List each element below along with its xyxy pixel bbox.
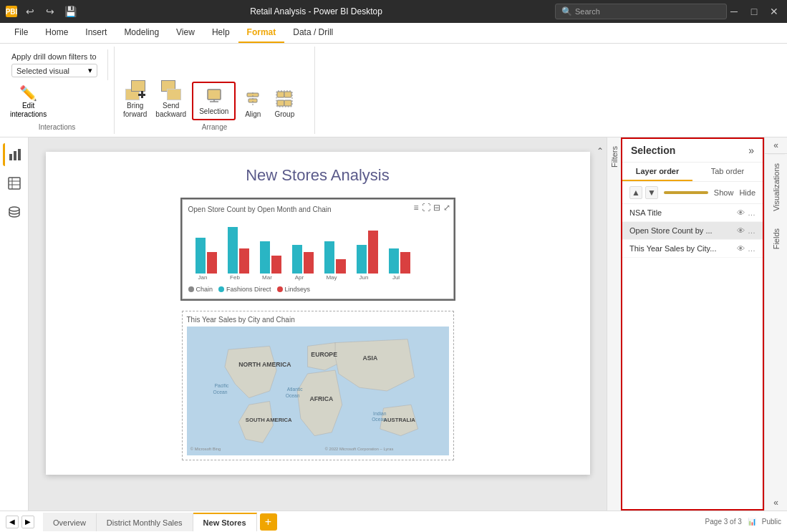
svg-text:© Microsoft Bing: © Microsoft Bing bbox=[190, 447, 220, 451]
tab-help[interactable]: Help bbox=[203, 23, 238, 43]
sidebar-icon-data[interactable] bbox=[3, 200, 26, 223]
app-icon: PBI bbox=[6, 6, 17, 17]
visibility-icon-2[interactable]: 👁 bbox=[737, 226, 745, 235]
apply-drill-text: Apply drill down filters to bbox=[11, 52, 97, 61]
maximize-btn[interactable]: □ bbox=[747, 4, 761, 19]
selection-item-open-store[interactable]: Open Store Count by ... 👁 … bbox=[622, 222, 763, 240]
align-icon bbox=[243, 89, 263, 109]
visibility-icon[interactable]: 👁 bbox=[737, 208, 745, 217]
selection-panel-collapse-btn[interactable]: » bbox=[748, 145, 754, 156]
right-sidebar-fields-tab[interactable]: Fields bbox=[768, 220, 785, 258]
svg-text:Feb: Feb bbox=[230, 274, 240, 281]
selection-item-sales-city[interactable]: This Year Sales by City... 👁 … bbox=[622, 240, 763, 258]
svg-text:AUSTRALIA: AUSTRALIA bbox=[383, 417, 415, 423]
svg-text:May: May bbox=[326, 274, 337, 281]
svg-text:Mar: Mar bbox=[262, 274, 272, 281]
move-down-btn[interactable]: ▼ bbox=[645, 186, 658, 199]
visual-menu-icon[interactable]: ≡ bbox=[413, 203, 418, 213]
svg-rect-13 bbox=[18, 149, 21, 160]
ribbon-content: Apply drill down filters to Selected vis… bbox=[0, 44, 787, 137]
ribbon-tab-bar: File Home Insert Modeling View Help Form… bbox=[0, 23, 787, 44]
title-bar-right: ─ □ ✕ bbox=[727, 4, 781, 19]
add-page-btn[interactable]: + bbox=[260, 513, 277, 531]
svg-text:Indian: Indian bbox=[373, 411, 387, 416]
report-page: New Stores Analysis ≡ ⛶ ⊟ ⤢ Open Store C… bbox=[46, 152, 590, 475]
selection-item-open-store-actions: 👁 … bbox=[737, 226, 755, 235]
canvas-area: New Stores Analysis ≡ ⛶ ⊟ ⤢ Open Store C… bbox=[29, 137, 607, 511]
legend-chain-label: Chain bbox=[196, 286, 213, 293]
svg-rect-29 bbox=[357, 245, 367, 274]
right-sidebar-visualizations-tab[interactable]: Visualizations bbox=[768, 154, 785, 220]
selection-btn[interactable]: Selection bbox=[192, 82, 236, 120]
right-sidebar-collapse-bottom[interactable]: « bbox=[771, 495, 781, 511]
page-next-btn[interactable]: ▶ bbox=[21, 516, 34, 528]
selection-panel-header: Selection » bbox=[622, 139, 763, 163]
svg-rect-22 bbox=[239, 248, 249, 274]
search-icon: 🔍 bbox=[561, 6, 572, 16]
svg-text:Jul: Jul bbox=[392, 274, 399, 281]
align-btn[interactable]: Align bbox=[238, 87, 267, 120]
page-prev-btn[interactable]: ◀ bbox=[6, 516, 19, 528]
svg-text:AFRICA: AFRICA bbox=[309, 395, 333, 402]
bring-forward-icon bbox=[125, 80, 145, 100]
tab-file[interactable]: File bbox=[6, 23, 37, 43]
filter-sidebar-tab[interactable]: Filters bbox=[607, 137, 622, 176]
group-label: Group bbox=[274, 110, 294, 119]
svg-text:Jan: Jan bbox=[198, 274, 207, 281]
title-bar-left: PBI ↩ ↪ 💾 bbox=[6, 4, 77, 19]
undo-btn[interactable]: ↩ bbox=[23, 4, 37, 19]
layer-controls: ▲ ▼ Show Hide bbox=[622, 182, 763, 204]
svg-rect-14 bbox=[9, 178, 20, 189]
save-btn[interactable]: 💾 bbox=[63, 4, 77, 19]
edit-interactions-btn[interactable]: ✏️ Editinteractions bbox=[6, 83, 51, 120]
bar-chart-visual[interactable]: ≡ ⛶ ⊟ ⤢ Open Store Count by Open Month a… bbox=[182, 199, 454, 299]
tab-modeling[interactable]: Modeling bbox=[115, 23, 168, 43]
collapse-right-btn[interactable]: ⌃ bbox=[594, 143, 607, 159]
drill-filter-value: Selected visual bbox=[16, 67, 69, 75]
tab-insert[interactable]: Insert bbox=[77, 23, 115, 43]
selection-item-nsa-title[interactable]: NSA Title 👁 … bbox=[622, 204, 763, 222]
svg-rect-24 bbox=[271, 256, 281, 274]
tab-new-stores[interactable]: New Stores bbox=[193, 513, 257, 531]
dropdown-chevron-icon: ▾ bbox=[88, 66, 92, 75]
visual-filter-icon[interactable]: ⊟ bbox=[433, 203, 440, 213]
world-map-svg: NORTH AMERICA SOUTH AMERICA EUROPE ASIA … bbox=[187, 327, 449, 455]
right-sidebar-collapse-btn[interactable]: « bbox=[765, 137, 787, 154]
visual-focus-icon[interactable]: ⛶ bbox=[422, 203, 430, 213]
group-btn[interactable]: Group bbox=[270, 87, 299, 120]
bring-forward-btn[interactable]: Bringforward bbox=[120, 79, 150, 120]
left-sidebar bbox=[0, 137, 29, 511]
more-options-icon-3[interactable]: … bbox=[748, 244, 755, 253]
tab-district-monthly-sales[interactable]: District Monthly Sales bbox=[97, 513, 193, 531]
right-sidebar: « Visualizations Fields « bbox=[764, 137, 787, 511]
svg-rect-28 bbox=[336, 259, 346, 274]
tab-layer-order[interactable]: Layer order bbox=[622, 163, 692, 181]
filter-sidebar: Filters bbox=[607, 137, 621, 511]
minimize-btn[interactable]: ─ bbox=[727, 4, 741, 19]
tab-home[interactable]: Home bbox=[37, 23, 77, 43]
visibility-icon-3[interactable]: 👁 bbox=[737, 244, 745, 253]
canvas-scroll[interactable]: New Stores Analysis ≡ ⛶ ⊟ ⤢ Open Store C… bbox=[29, 137, 607, 511]
tab-view[interactable]: View bbox=[168, 23, 203, 43]
svg-rect-20 bbox=[207, 252, 217, 274]
map-title: This Year Sales by City and Chain bbox=[187, 316, 449, 324]
page-nav: ◀ ▶ bbox=[0, 516, 40, 528]
map-visual-container[interactable]: This Year Sales by City and Chain bbox=[182, 311, 454, 460]
tab-overview[interactable]: Overview bbox=[43, 513, 97, 531]
sidebar-icon-table[interactable] bbox=[3, 172, 26, 195]
send-backward-btn[interactable]: Sendbackward bbox=[153, 79, 189, 120]
svg-rect-0 bbox=[208, 90, 221, 100]
drill-filter-dropdown[interactable]: Selected visual ▾ bbox=[11, 64, 97, 77]
more-options-icon-2[interactable]: … bbox=[748, 226, 755, 235]
move-up-btn[interactable]: ▲ bbox=[629, 186, 642, 199]
tab-tab-order[interactable]: Tab order bbox=[692, 163, 763, 181]
visual-expand-icon[interactable]: ⤢ bbox=[443, 203, 450, 213]
tab-data-drill[interactable]: Data / Drill bbox=[284, 23, 342, 43]
more-options-icon[interactable]: … bbox=[748, 208, 755, 217]
svg-rect-25 bbox=[292, 245, 302, 274]
close-btn[interactable]: ✕ bbox=[767, 4, 781, 19]
sidebar-icon-bar-chart[interactable] bbox=[3, 143, 26, 166]
search-box[interactable]: 🔍 Search bbox=[555, 4, 727, 19]
redo-btn[interactable]: ↪ bbox=[43, 4, 57, 19]
tab-format[interactable]: Format bbox=[238, 23, 285, 43]
